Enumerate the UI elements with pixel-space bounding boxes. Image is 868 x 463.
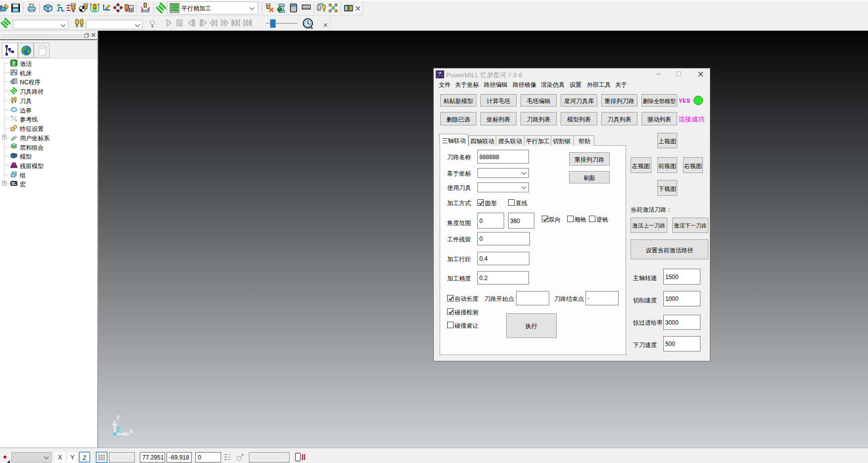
svg-text:Z: Z [116,426,120,433]
svg-text:Y: Y [116,414,120,421]
svg-text:X: X [129,428,133,435]
